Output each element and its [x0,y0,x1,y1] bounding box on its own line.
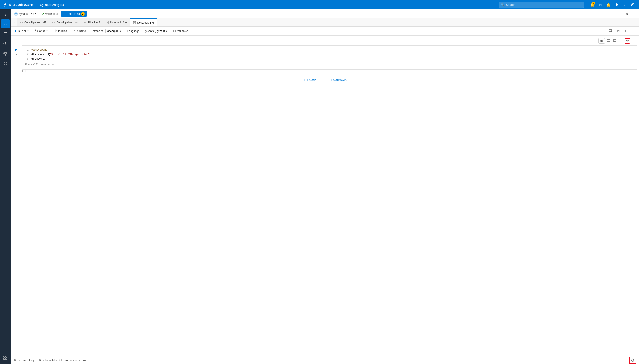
sparkpool-chevron: ▾ [120,30,121,32]
pipeline-icon [20,21,23,24]
sparkpool-dropdown[interactable]: sparkpool ▾ [105,28,123,34]
help-icon[interactable]: ? [621,1,628,8]
notifications-icon[interactable]: 🔔 7 [588,1,596,8]
share-button[interactable] [615,28,622,34]
tab-copypipeline-dd7[interactable]: CopyPipeline_dd7 [17,18,49,26]
cell-collapse-button[interactable]: ▾ [16,53,17,56]
sidebar-icon-home[interactable]: ⌂ [1,19,10,28]
portal-menu-icon[interactable]: ⊞ [597,1,604,8]
cell-bracket: [ ] [22,70,27,73]
toolbar-more-button[interactable]: ⋯ [631,12,637,16]
publish-all-badge: 2 [81,12,85,16]
validate-all-button[interactable]: Validate all [39,12,60,16]
tab-notebook3[interactable]: Notebook 3 [130,18,157,26]
cell-delete-button[interactable] [631,38,636,44]
alerts-icon[interactable]: 🔔 [605,1,612,8]
add-cell-row: + + Code + + Markdown [11,73,639,87]
nb-sep-4 [89,29,89,33]
sidebar-icon-develop[interactable] [1,39,10,48]
undo-button[interactable]: Undo ▾ [33,28,50,34]
svg-rect-11 [4,358,5,360]
publish-label: Publish [58,30,67,32]
sidebar-icon-manage[interactable] [1,353,10,362]
sidebar-bottom [1,353,10,364]
comment-button[interactable] [606,28,614,34]
synapse-live-selector[interactable]: Synapse live ▾ [13,12,38,16]
code-string-query: "SELECT * FROM nyctaxi.trip" [50,52,89,56]
code-cell[interactable]: 1 2 3 %%pyspark df = spark.sql("SELECT *… [22,46,637,70]
code-line-1: %%pyspark [31,48,637,52]
add-code-cell-button[interactable]: + + Code [301,76,319,83]
cell-type-ml-button[interactable]: ML [598,38,605,44]
tab-pipeline2[interactable]: Pipeline 2 [81,18,103,26]
more-icon: ⋯ [633,12,635,16]
cell-add-button[interactable] [606,38,611,44]
session-settings-button[interactable]: ⚙ [629,356,636,364]
svg-point-8 [5,63,6,64]
code-line-3: df.show(10) [31,56,637,61]
refresh-icon: ↺ [626,12,628,16]
publish-icon [63,12,66,16]
pipeline-icon [84,21,87,24]
language-dropdown[interactable]: PySpark (Python) ▾ [142,28,169,34]
tab-notebook3-modified-dot [152,22,154,24]
add-markdown-icon: + [327,78,329,82]
line-num-1: 1 [24,48,29,52]
svg-rect-31 [74,30,76,32]
sidebar-toggle[interactable]: ≡ [2,11,9,18]
azure-logo [3,2,7,7]
cell-sidebar: ▶ ▾ [11,46,22,56]
add-code-icon: + [303,78,305,82]
sidebar-icon-integrate[interactable] [1,49,10,58]
tab-copypipeline-dyz-label: CopyPipeline_dyz [56,21,78,24]
settings-icon[interactable]: ⚙ [613,1,620,8]
cell-run-button[interactable]: ▶ [14,47,19,52]
line-num-2: 2 [24,52,29,56]
cell-comment-button[interactable] [612,38,617,44]
top-bar: Microsoft Azure Synapse Analytics 🔍 Sear… [0,0,639,10]
format-button[interactable] [623,28,630,34]
code-plain-paren: ) [89,52,90,56]
format-icon [624,29,628,33]
cell-more-button[interactable]: ⋯ [618,38,624,44]
brand-text: Microsoft Azure [9,3,33,6]
code-cell-container: ▶ ▾ 1 2 3 %%pyspark df = spark.sql("SELE… [11,44,639,70]
svg-rect-2 [6,52,7,54]
publish-all-button[interactable]: Publish all 2 [61,11,87,17]
outline-button[interactable]: Outline [72,28,88,34]
run-all-button[interactable]: Run all ▾ [13,28,30,34]
notebook-toolbar-right: ⋯ [606,28,637,34]
cell-settings-button[interactable]: ⚙ [624,38,630,44]
synapse-live-label: Synapse live [19,12,34,16]
publish-all-label: Publish all [68,12,80,16]
cell-bracket-row: [ ] [11,70,639,73]
more-options-button[interactable]: ⋯ [631,28,637,34]
run-all-icon [15,30,17,32]
tabs-expand-button[interactable]: ≫ [11,18,17,26]
tab-notebook2[interactable]: Notebook 2 [103,18,130,26]
sparkpool-value: sparkpool [107,30,119,32]
cell-comment-icon [613,39,616,42]
comment-icon [608,29,612,33]
add-markdown-cell-button[interactable]: + + Markdown [324,76,349,83]
sidebar-icon-monitor[interactable] [1,59,10,68]
search-bar[interactable]: 🔍 Search [499,2,584,8]
synapse-live-chevron: ▾ [35,12,37,16]
notebook-icon [106,21,109,24]
search-placeholder: Search [506,3,515,6]
publish-button[interactable]: Publish [53,28,69,34]
session-right: ⚙ [629,356,636,364]
sidebar-icon-data[interactable] [1,29,10,38]
language-label: Language [126,28,141,34]
refresh-button[interactable]: ↺ [624,12,630,16]
validate-all-label: Validate all [45,12,58,16]
feedback-icon[interactable] [629,1,636,8]
cell-output-text: Press shift + enter to run [25,63,55,66]
code-lines: %%pyspark df = spark.sql("SELECT * FROM … [31,48,637,61]
notebook-toolbar: Run all ▾ Undo ▾ Publish Outline Atta [11,26,639,36]
toolbar-right: ↺ ⋯ [624,12,637,16]
variables-button[interactable]: Variables [171,28,190,34]
tab-copypipeline-dyz[interactable]: CopyPipeline_dyz [49,18,81,26]
add-markdown-label: + Markdown [331,78,346,82]
code-content: 1 2 3 %%pyspark df = spark.sql("SELECT *… [22,48,637,61]
